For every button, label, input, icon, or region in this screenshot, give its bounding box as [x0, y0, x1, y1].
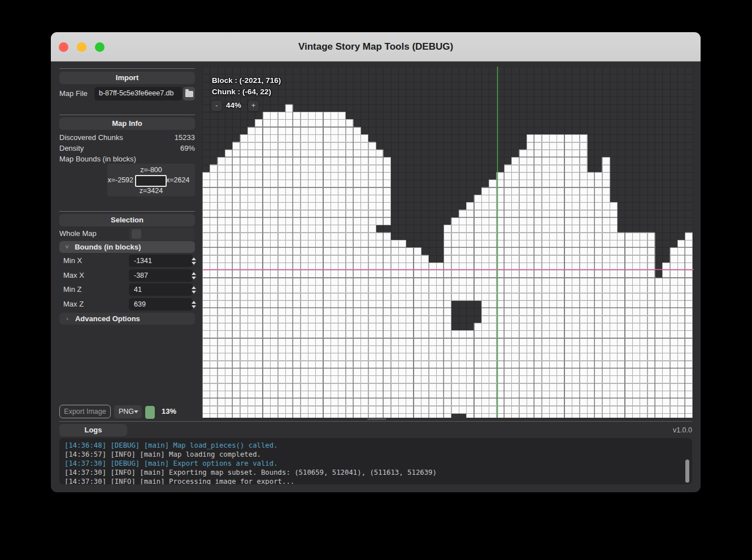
- color-swatch[interactable]: [145, 405, 155, 419]
- import-header-label: Import: [59, 72, 195, 84]
- map-info-header: Map Info: [59, 117, 195, 130]
- selection-header: Selection: [59, 214, 195, 226]
- log-line: [14:37:30] [INFO] [main] Exporting map s…: [64, 468, 683, 477]
- divider: [59, 211, 195, 212]
- max-x-stepper[interactable]: [190, 269, 197, 282]
- bounds-rect: [135, 175, 167, 187]
- bounds-section-toggle[interactable]: ˅ Bounds (in blocks): [59, 241, 195, 253]
- log-line: [14:37:30] [INFO] [main] Processing imag…: [64, 477, 683, 484]
- advanced-options-label: Advanced Options: [75, 314, 140, 323]
- bounds-x-right: x=2624: [166, 176, 195, 184]
- bounds-z-top: z=-800: [107, 166, 195, 174]
- max-z-label: Max Z: [63, 300, 84, 308]
- max-z-input[interactable]: 639: [129, 298, 193, 310]
- logs-scrollbar-thumb[interactable]: [685, 460, 689, 483]
- selection-header-label: Selection: [59, 214, 195, 226]
- export-image-button[interactable]: Export Image: [59, 405, 111, 418]
- logs-header: Logs: [59, 424, 127, 436]
- discovered-chunks-value: 15233: [150, 133, 195, 142]
- min-z-input[interactable]: 41: [129, 283, 193, 296]
- max-x-input[interactable]: -387: [129, 269, 193, 282]
- whole-map-label: Whole Map: [59, 229, 97, 238]
- app-window: Vintage Story Map Tools (DEBUG) Import M…: [51, 32, 701, 492]
- format-select[interactable]: PNG: [114, 405, 142, 418]
- log-line: [14:37:30] [DEBUG] [main] Export options…: [64, 459, 683, 468]
- export-progress: 13%: [162, 407, 176, 415]
- min-x-input[interactable]: -1341: [129, 255, 193, 267]
- map-viewport[interactable]: Block : (-2021, 716) Chunk : (-64, 22) -…: [202, 67, 694, 418]
- divider: [59, 421, 692, 422]
- zoom-in-button[interactable]: +: [248, 100, 259, 111]
- log-line: [14:36:48] [DEBUG] [main] Map load_piece…: [64, 441, 683, 450]
- stepper-down-icon[interactable]: [192, 291, 196, 294]
- stepper-down-icon[interactable]: [192, 262, 196, 265]
- map-bounds-diagram: z=-800 x=-2592 x=2624 z=3424: [107, 164, 195, 196]
- map-info-header-label: Map Info: [59, 117, 195, 130]
- chunk-coordinate-readout: Chunk : (-64, 22): [212, 88, 271, 96]
- min-z-stepper[interactable]: [190, 283, 197, 296]
- format-select-value: PNG: [119, 408, 134, 415]
- folder-icon: [185, 91, 193, 97]
- divider: [59, 68, 195, 69]
- desktop-background: Vintage Story Map Tools (DEBUG) Import M…: [0, 0, 752, 560]
- min-z-label: Min Z: [63, 285, 82, 294]
- log-line: [14:36:57] [INFO] [main] Map loading com…: [64, 450, 683, 459]
- stepper-up-icon[interactable]: [192, 272, 196, 275]
- chevron-down-icon: ˅: [66, 242, 69, 252]
- divider: [59, 115, 195, 115]
- bounds-z-bottom: z=3424: [107, 187, 195, 195]
- chevron-right-icon: ›: [66, 314, 68, 324]
- title-bar[interactable]: Vintage Story Map Tools (DEBUG): [51, 32, 701, 62]
- zoom-out-button[interactable]: -: [211, 100, 222, 111]
- window-title: Vintage Story Map Tools (DEBUG): [51, 32, 701, 61]
- stepper-down-icon[interactable]: [192, 305, 196, 308]
- max-z-stepper[interactable]: [190, 298, 197, 310]
- logs-header-label: Logs: [59, 424, 127, 436]
- app-version: v1.0.0: [673, 426, 692, 434]
- logs-panel[interactable]: [14:36:48] [DEBUG] [main] Map load_piece…: [59, 438, 692, 484]
- stepper-up-icon[interactable]: [192, 301, 196, 304]
- bounds-section-label: Bounds (in blocks): [75, 243, 141, 251]
- map-file-input[interactable]: b-87ff-5c5e3fe6eee7.db: [94, 87, 182, 100]
- browse-file-button[interactable]: [183, 87, 195, 100]
- map-bounds-label: Map Bounds (in blocks): [59, 155, 136, 163]
- stepper-up-icon[interactable]: [192, 257, 196, 260]
- whole-map-checkbox[interactable]: [132, 229, 141, 239]
- min-x-label: Min X: [63, 256, 82, 265]
- chevron-down-icon: [134, 410, 138, 413]
- density-value: 69%: [150, 144, 195, 152]
- min-x-stepper[interactable]: [190, 255, 197, 267]
- map-file-label: Map File: [59, 89, 88, 98]
- density-label: Density: [59, 144, 84, 152]
- panel-resize-handle[interactable]: [367, 418, 386, 420]
- bounds-x-left: x=-2592: [107, 176, 133, 184]
- whole-map-toggle[interactable]: [129, 228, 195, 240]
- zoom-level: 44%: [226, 101, 241, 110]
- block-coordinate-readout: Block : (-2021, 716): [212, 76, 281, 85]
- map-canvas[interactable]: [202, 67, 694, 418]
- max-x-label: Max X: [63, 271, 84, 279]
- import-header: Import: [59, 72, 195, 84]
- discovered-chunks-label: Discovered Chunks: [59, 133, 123, 142]
- stepper-up-icon[interactable]: [192, 286, 196, 289]
- stepper-down-icon[interactable]: [192, 277, 196, 279]
- advanced-options-toggle[interactable]: › Advanced Options: [59, 313, 195, 325]
